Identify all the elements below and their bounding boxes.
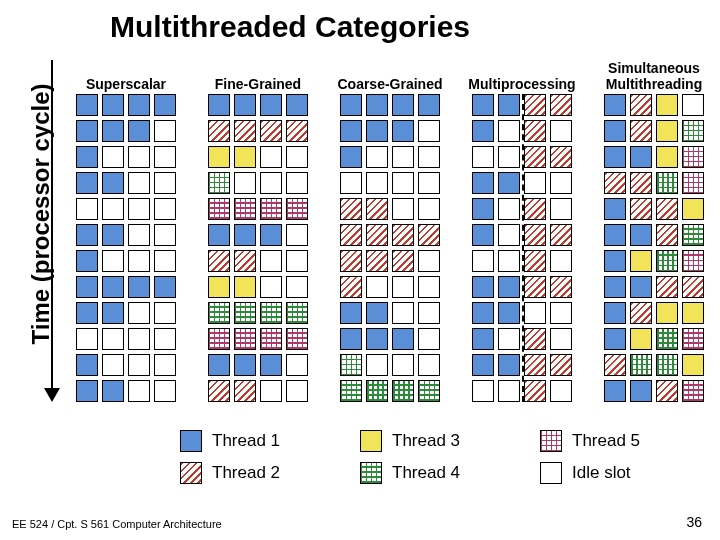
issue-slot [418, 120, 440, 142]
issue-slot [550, 120, 572, 142]
issue-slot [208, 380, 230, 402]
issue-slot [208, 302, 230, 324]
issue-slot [524, 120, 546, 142]
issue-slot-grid [208, 94, 308, 402]
issue-slot [524, 380, 546, 402]
issue-slot [286, 94, 308, 116]
page-title: Multithreaded Categories [110, 10, 470, 44]
footer-course: EE 524 / Cpt. S 561 Computer Architectur… [12, 518, 222, 530]
issue-slot [102, 94, 124, 116]
issue-slot [630, 328, 652, 350]
issue-slot [418, 302, 440, 324]
issue-slot [208, 250, 230, 272]
issue-slot [550, 172, 572, 194]
issue-slot [392, 120, 414, 142]
legend-label: Thread 5 [572, 431, 640, 451]
issue-slot [154, 172, 176, 194]
issue-slot [286, 172, 308, 194]
category-column: Fine-Grained [202, 58, 314, 402]
legend-swatch [540, 462, 562, 484]
issue-slot [418, 94, 440, 116]
issue-slot [260, 146, 282, 168]
issue-slot [656, 354, 678, 376]
issue-slot [128, 146, 150, 168]
issue-slot [682, 120, 704, 142]
issue-slot [260, 94, 282, 116]
issue-slot [472, 120, 494, 142]
issue-slot [498, 276, 520, 298]
issue-slot [524, 276, 546, 298]
legend-item: Thread 3 [360, 430, 530, 452]
legend-label: Idle slot [572, 463, 631, 483]
issue-slot [286, 146, 308, 168]
issue-slot [472, 354, 494, 376]
category-column: Simultaneous Multithreading [598, 58, 710, 402]
issue-slot [472, 276, 494, 298]
issue-slot [366, 354, 388, 376]
issue-slot [340, 380, 362, 402]
issue-slot [234, 198, 256, 220]
issue-slot [524, 302, 546, 324]
issue-slot [472, 94, 494, 116]
issue-slot [392, 302, 414, 324]
legend-swatch [540, 430, 562, 452]
issue-slot [366, 250, 388, 272]
issue-slot [102, 198, 124, 220]
legend-item: Thread 2 [180, 462, 350, 484]
column-label: Fine-Grained [215, 58, 301, 92]
issue-slot [128, 328, 150, 350]
issue-slot [208, 224, 230, 246]
issue-slot [154, 380, 176, 402]
issue-slot [234, 380, 256, 402]
issue-slot [234, 120, 256, 142]
issue-slot [630, 224, 652, 246]
issue-slot [550, 328, 572, 350]
issue-slot [498, 224, 520, 246]
issue-slot [498, 328, 520, 350]
issue-slot [550, 276, 572, 298]
issue-slot [102, 302, 124, 324]
issue-slot [472, 302, 494, 324]
issue-slot [286, 354, 308, 376]
issue-slot [524, 198, 546, 220]
issue-slot [234, 354, 256, 376]
legend: Thread 1Thread 3Thread 5Thread 2Thread 4… [180, 430, 710, 484]
issue-slot [604, 302, 626, 324]
issue-slot [76, 380, 98, 402]
issue-slot [128, 250, 150, 272]
issue-slot [498, 354, 520, 376]
issue-slot [392, 172, 414, 194]
issue-slot [234, 250, 256, 272]
issue-slot [682, 328, 704, 350]
issue-slot [550, 380, 572, 402]
issue-slot [550, 146, 572, 168]
issue-slot [604, 224, 626, 246]
issue-slot [260, 198, 282, 220]
issue-slot [392, 146, 414, 168]
issue-slot [392, 354, 414, 376]
issue-slot [630, 120, 652, 142]
issue-slot [604, 380, 626, 402]
issue-slot [340, 302, 362, 324]
issue-slot [524, 146, 546, 168]
issue-slot [550, 354, 572, 376]
issue-slot [340, 146, 362, 168]
issue-slot [260, 302, 282, 324]
issue-slot [682, 146, 704, 168]
column-container: SuperscalarFine-GrainedCoarse-GrainedMul… [70, 58, 710, 402]
issue-slot [366, 276, 388, 298]
issue-slot [234, 276, 256, 298]
issue-slot [76, 198, 98, 220]
issue-slot [128, 120, 150, 142]
issue-slot [154, 224, 176, 246]
issue-slot [234, 172, 256, 194]
issue-slot [208, 328, 230, 350]
issue-slot [76, 302, 98, 324]
issue-slot [524, 354, 546, 376]
issue-slot [128, 380, 150, 402]
issue-slot [630, 250, 652, 272]
issue-slot [630, 302, 652, 324]
issue-slot [286, 120, 308, 142]
issue-slot [366, 328, 388, 350]
issue-slot [286, 328, 308, 350]
